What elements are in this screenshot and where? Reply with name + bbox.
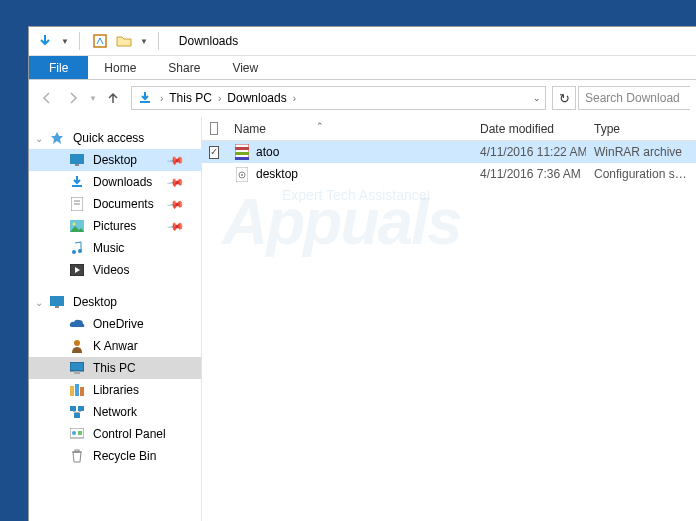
- window-title: Downloads: [179, 34, 238, 48]
- new-folder-icon[interactable]: [114, 31, 134, 51]
- file-explorer-window: ▼ ▼ Downloads File Home Share View ▼: [28, 26, 696, 521]
- svg-rect-23: [74, 413, 80, 418]
- recycle-bin-icon: [69, 448, 85, 464]
- sidebar-item-label: Desktop: [73, 295, 117, 309]
- svg-rect-2: [70, 154, 84, 164]
- svg-rect-21: [70, 406, 76, 411]
- qat-dropdown-icon[interactable]: ▼: [61, 37, 69, 46]
- chevron-right-icon[interactable]: ›: [158, 93, 165, 104]
- recent-locations-icon[interactable]: ▼: [89, 94, 97, 103]
- sidebar-item-user[interactable]: K Anwar: [29, 335, 201, 357]
- pin-icon: 📌: [166, 151, 185, 170]
- file-date: 4/11/2016 7:36 AM: [472, 167, 586, 181]
- expand-icon[interactable]: ⌄: [35, 297, 43, 308]
- chevron-right-icon[interactable]: ›: [291, 93, 298, 104]
- svg-point-27: [72, 431, 76, 435]
- navigation-bar: ▼ › This PC › Downloads › ⌄ ↻ Search Dow…: [29, 80, 696, 116]
- svg-rect-1: [140, 101, 150, 103]
- sidebar-item-label: K Anwar: [93, 339, 138, 353]
- forward-button[interactable]: [61, 86, 85, 110]
- sidebar-item-label: Desktop: [93, 153, 137, 167]
- row-checkbox[interactable]: [202, 146, 226, 159]
- desktop-icon: [49, 294, 65, 310]
- address-bar[interactable]: › This PC › Downloads › ⌄: [131, 86, 546, 110]
- svg-point-11: [78, 249, 82, 253]
- search-input[interactable]: Search Download: [578, 86, 690, 110]
- qat-customize-icon[interactable]: ▼: [140, 37, 148, 46]
- sidebar-item-control-panel[interactable]: Control Panel: [29, 423, 201, 445]
- ribbon-tabs: File Home Share View: [29, 56, 696, 80]
- watermark: Expert Tech Assistance!Appuals: [222, 187, 460, 259]
- sidebar-item-music[interactable]: Music: [29, 237, 201, 259]
- svg-rect-32: [235, 147, 249, 150]
- sidebar-item-libraries[interactable]: Libraries: [29, 379, 201, 401]
- svg-point-15: [74, 340, 80, 346]
- svg-line-25: [77, 411, 81, 413]
- sort-indicator-icon: ⌃: [316, 121, 324, 131]
- column-headers: Name⌃ Date modified Type: [202, 117, 696, 141]
- sidebar-item-label: Pictures: [93, 219, 136, 233]
- music-icon: [69, 240, 85, 256]
- sidebar-item-documents[interactable]: Documents 📌: [29, 193, 201, 215]
- svg-rect-20: [80, 387, 84, 396]
- svg-rect-18: [70, 386, 74, 396]
- sidebar-desktop-header[interactable]: ⌄ Desktop: [29, 291, 201, 313]
- column-name[interactable]: Name⌃: [226, 122, 472, 136]
- svg-rect-3: [75, 164, 79, 166]
- sidebar-item-network[interactable]: Network: [29, 401, 201, 423]
- sidebar-item-label: Music: [93, 241, 124, 255]
- expand-icon[interactable]: ⌄: [35, 133, 43, 144]
- sidebar-quick-access[interactable]: ⌄ Quick access: [29, 127, 201, 149]
- sidebar-item-label: Documents: [93, 197, 154, 211]
- svg-rect-30: [75, 450, 79, 452]
- refresh-button[interactable]: ↻: [552, 86, 576, 110]
- sidebar-item-label: Network: [93, 405, 137, 419]
- up-button[interactable]: [101, 86, 125, 110]
- titlebar: ▼ ▼ Downloads: [29, 27, 696, 56]
- breadcrumb-this-pc[interactable]: This PC: [165, 91, 216, 105]
- network-icon: [69, 404, 85, 420]
- chevron-right-icon[interactable]: ›: [216, 93, 223, 104]
- file-row[interactable]: atoo 4/11/2016 11:22 AM WinRAR archive: [202, 141, 696, 163]
- tab-file[interactable]: File: [29, 56, 88, 79]
- sidebar-item-recycle-bin[interactable]: Recycle Bin: [29, 445, 201, 467]
- select-all-checkbox[interactable]: [202, 122, 226, 135]
- svg-rect-28: [78, 431, 82, 435]
- svg-rect-22: [78, 406, 84, 411]
- svg-line-24: [73, 411, 77, 413]
- sidebar-item-pictures[interactable]: Pictures 📌: [29, 215, 201, 237]
- pin-icon: 📌: [166, 217, 185, 236]
- libraries-icon: [69, 382, 85, 398]
- address-dropdown-icon[interactable]: ⌄: [533, 93, 541, 103]
- downloads-folder-icon: [135, 88, 155, 108]
- sidebar-item-downloads[interactable]: Downloads 📌: [29, 171, 201, 193]
- column-date[interactable]: Date modified: [472, 122, 586, 136]
- properties-icon[interactable]: [90, 31, 110, 51]
- svg-rect-14: [55, 306, 59, 308]
- file-row[interactable]: desktop 4/11/2016 7:36 AM Configuration …: [202, 163, 696, 185]
- column-type[interactable]: Type: [586, 122, 696, 136]
- file-name: desktop: [256, 167, 298, 181]
- user-icon: [69, 338, 85, 354]
- sidebar-item-desktop[interactable]: Desktop 📌: [29, 149, 201, 171]
- tab-home[interactable]: Home: [88, 56, 152, 79]
- svg-point-10: [72, 250, 76, 254]
- down-arrow-icon[interactable]: [35, 31, 55, 51]
- tab-view[interactable]: View: [216, 56, 274, 79]
- sidebar-item-label: Videos: [93, 263, 129, 277]
- file-name: atoo: [256, 145, 279, 159]
- videos-icon: [69, 262, 85, 278]
- svg-rect-34: [235, 157, 249, 160]
- file-list-pane: Expert Tech Assistance!Appuals Name⌃ Dat…: [202, 117, 696, 521]
- svg-rect-19: [75, 384, 79, 396]
- back-button[interactable]: [35, 86, 59, 110]
- tab-share[interactable]: Share: [152, 56, 216, 79]
- svg-point-9: [73, 223, 76, 226]
- sidebar-item-videos[interactable]: Videos: [29, 259, 201, 281]
- sidebar-item-label: This PC: [93, 361, 136, 375]
- sidebar-item-onedrive[interactable]: OneDrive: [29, 313, 201, 335]
- svg-rect-4: [72, 185, 82, 187]
- sidebar-item-this-pc[interactable]: This PC: [29, 357, 201, 379]
- breadcrumb-downloads[interactable]: Downloads: [223, 91, 290, 105]
- svg-rect-0: [94, 35, 106, 47]
